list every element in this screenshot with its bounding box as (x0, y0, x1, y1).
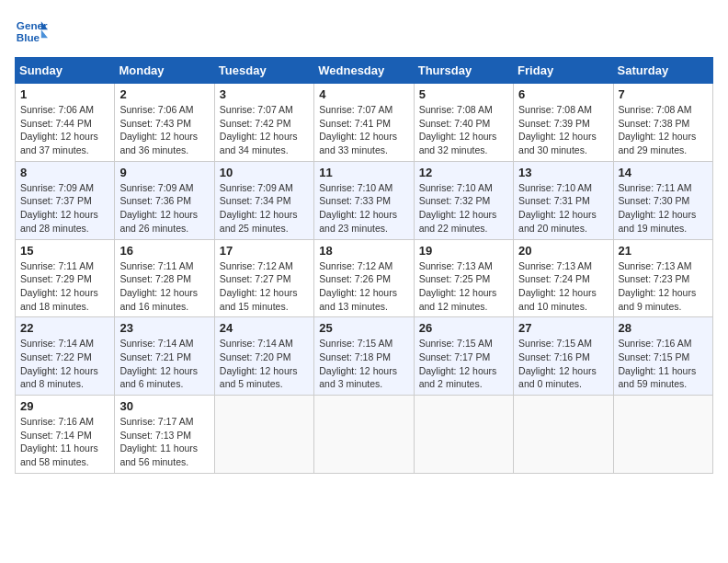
logo-icon: General Blue (15, 15, 48, 48)
calendar-day-18: 18 Sunrise: 7:12 AMSunset: 7:26 PMDaylig… (314, 239, 414, 317)
calendar-day-25: 25 Sunrise: 7:15 AMSunset: 7:18 PMDaylig… (314, 317, 414, 396)
day-number: 27 (518, 321, 608, 335)
day-info: Sunrise: 7:09 AMSunset: 7:36 PMDaylight:… (119, 181, 209, 236)
calendar-day-27: 27 Sunrise: 7:15 AMSunset: 7:16 PMDaylig… (514, 317, 613, 396)
day-info: Sunrise: 7:14 AMSunset: 7:22 PMDaylight:… (20, 337, 109, 391)
day-info: Sunrise: 7:08 AMSunset: 7:39 PMDaylight:… (518, 103, 608, 157)
day-number: 18 (319, 244, 408, 258)
day-number: 15 (20, 244, 109, 258)
day-info: Sunrise: 7:12 AMSunset: 7:26 PMDaylight:… (319, 259, 408, 314)
calendar-day-30: 30 Sunrise: 7:17 AMSunset: 7:13 PMDaylig… (115, 396, 214, 474)
calendar-day-29: 29 Sunrise: 7:16 AMSunset: 7:14 PMDaylig… (16, 396, 115, 474)
day-number: 17 (220, 244, 309, 258)
weekday-header-saturday: Saturday (613, 58, 712, 84)
day-info: Sunrise: 7:13 AMSunset: 7:24 PMDaylight:… (518, 259, 608, 314)
day-number: 24 (220, 321, 309, 335)
day-number: 5 (419, 87, 508, 101)
weekday-header-row: SundayMondayTuesdayWednesdayThursdayFrid… (16, 58, 713, 84)
calendar-day-9: 9 Sunrise: 7:09 AMSunset: 7:36 PMDayligh… (115, 161, 214, 239)
calendar-day-10: 10 Sunrise: 7:09 AMSunset: 7:34 PMDaylig… (214, 161, 313, 239)
day-info: Sunrise: 7:06 AMSunset: 7:44 PMDaylight:… (20, 103, 109, 157)
day-number: 10 (220, 166, 309, 179)
calendar-day-20: 20 Sunrise: 7:13 AMSunset: 7:24 PMDaylig… (514, 239, 613, 317)
calendar-day-empty (514, 396, 613, 474)
day-number: 2 (119, 87, 209, 101)
calendar-day-15: 15 Sunrise: 7:11 AMSunset: 7:29 PMDaylig… (16, 239, 115, 317)
day-info: Sunrise: 7:15 AMSunset: 7:16 PMDaylight:… (518, 337, 608, 391)
day-info: Sunrise: 7:16 AMSunset: 7:14 PMDaylight:… (20, 415, 109, 469)
day-info: Sunrise: 7:08 AMSunset: 7:38 PMDaylight:… (619, 103, 708, 157)
day-info: Sunrise: 7:10 AMSunset: 7:33 PMDaylight:… (319, 181, 408, 236)
day-info: Sunrise: 7:09 AMSunset: 7:37 PMDaylight:… (20, 181, 109, 236)
calendar-day-26: 26 Sunrise: 7:15 AMSunset: 7:17 PMDaylig… (414, 317, 513, 396)
day-info: Sunrise: 7:10 AMSunset: 7:31 PMDaylight:… (518, 181, 608, 236)
day-info: Sunrise: 7:08 AMSunset: 7:40 PMDaylight:… (419, 103, 508, 157)
day-info: Sunrise: 7:13 AMSunset: 7:23 PMDaylight:… (619, 259, 708, 314)
calendar-week-3: 15 Sunrise: 7:11 AMSunset: 7:29 PMDaylig… (16, 239, 713, 317)
day-info: Sunrise: 7:06 AMSunset: 7:43 PMDaylight:… (119, 103, 209, 157)
calendar-week-5: 29 Sunrise: 7:16 AMSunset: 7:14 PMDaylig… (16, 396, 713, 474)
day-number: 6 (518, 87, 608, 101)
day-number: 25 (319, 321, 408, 335)
day-number: 1 (20, 87, 109, 101)
calendar-day-22: 22 Sunrise: 7:14 AMSunset: 7:22 PMDaylig… (16, 317, 115, 396)
calendar-day-5: 5 Sunrise: 7:08 AMSunset: 7:40 PMDayligh… (414, 84, 513, 162)
day-number: 26 (419, 321, 508, 335)
day-number: 3 (220, 87, 309, 101)
day-number: 8 (20, 166, 109, 179)
calendar-header: SundayMondayTuesdayWednesdayThursdayFrid… (16, 58, 713, 84)
day-number: 14 (619, 166, 708, 179)
day-number: 21 (619, 244, 708, 258)
day-number: 12 (419, 166, 508, 179)
day-info: Sunrise: 7:12 AMSunset: 7:27 PMDaylight:… (220, 259, 309, 314)
calendar-day-4: 4 Sunrise: 7:07 AMSunset: 7:41 PMDayligh… (314, 84, 414, 162)
day-number: 13 (518, 166, 608, 179)
calendar-day-13: 13 Sunrise: 7:10 AMSunset: 7:31 PMDaylig… (514, 161, 613, 239)
calendar-day-19: 19 Sunrise: 7:13 AMSunset: 7:25 PMDaylig… (414, 239, 513, 317)
day-info: Sunrise: 7:14 AMSunset: 7:21 PMDaylight:… (119, 337, 209, 391)
day-info: Sunrise: 7:07 AMSunset: 7:41 PMDaylight:… (319, 103, 408, 157)
calendar-day-1: 1 Sunrise: 7:06 AMSunset: 7:44 PMDayligh… (16, 84, 115, 162)
calendar-day-28: 28 Sunrise: 7:16 AMSunset: 7:15 PMDaylig… (613, 317, 712, 396)
day-number: 22 (20, 321, 109, 335)
calendar-day-empty (414, 396, 513, 474)
day-info: Sunrise: 7:15 AMSunset: 7:17 PMDaylight:… (419, 337, 508, 391)
calendar-day-17: 17 Sunrise: 7:12 AMSunset: 7:27 PMDaylig… (214, 239, 313, 317)
calendar-day-21: 21 Sunrise: 7:13 AMSunset: 7:23 PMDaylig… (613, 239, 712, 317)
calendar-body: 1 Sunrise: 7:06 AMSunset: 7:44 PMDayligh… (16, 84, 713, 474)
day-info: Sunrise: 7:16 AMSunset: 7:15 PMDaylight:… (619, 337, 708, 391)
svg-text:Blue: Blue (17, 31, 40, 43)
calendar-day-8: 8 Sunrise: 7:09 AMSunset: 7:37 PMDayligh… (16, 161, 115, 239)
weekday-header-thursday: Thursday (414, 58, 513, 84)
calendar-day-11: 11 Sunrise: 7:10 AMSunset: 7:33 PMDaylig… (314, 161, 414, 239)
day-info: Sunrise: 7:13 AMSunset: 7:25 PMDaylight:… (419, 259, 508, 314)
calendar-day-12: 12 Sunrise: 7:10 AMSunset: 7:32 PMDaylig… (414, 161, 513, 239)
day-number: 29 (20, 399, 109, 413)
day-number: 28 (619, 321, 708, 335)
day-info: Sunrise: 7:09 AMSunset: 7:34 PMDaylight:… (220, 181, 309, 236)
calendar-table: SundayMondayTuesdayWednesdayThursdayFrid… (15, 57, 713, 474)
calendar-day-16: 16 Sunrise: 7:11 AMSunset: 7:28 PMDaylig… (115, 239, 214, 317)
day-info: Sunrise: 7:15 AMSunset: 7:18 PMDaylight:… (319, 337, 408, 391)
day-info: Sunrise: 7:11 AMSunset: 7:30 PMDaylight:… (619, 181, 708, 236)
calendar-week-2: 8 Sunrise: 7:09 AMSunset: 7:37 PMDayligh… (16, 161, 713, 239)
page-header: General Blue (15, 15, 713, 48)
calendar-day-24: 24 Sunrise: 7:14 AMSunset: 7:20 PMDaylig… (214, 317, 313, 396)
calendar-day-empty (613, 396, 712, 474)
calendar-day-empty (214, 396, 313, 474)
day-info: Sunrise: 7:11 AMSunset: 7:29 PMDaylight:… (20, 259, 109, 314)
day-number: 30 (119, 399, 209, 413)
weekday-header-tuesday: Tuesday (214, 58, 313, 84)
calendar-week-4: 22 Sunrise: 7:14 AMSunset: 7:22 PMDaylig… (16, 317, 713, 396)
day-number: 7 (619, 87, 708, 101)
day-info: Sunrise: 7:11 AMSunset: 7:28 PMDaylight:… (119, 259, 209, 314)
weekday-header-friday: Friday (514, 58, 613, 84)
calendar-day-14: 14 Sunrise: 7:11 AMSunset: 7:30 PMDaylig… (613, 161, 712, 239)
day-number: 9 (119, 166, 209, 179)
day-info: Sunrise: 7:17 AMSunset: 7:13 PMDaylight:… (119, 415, 209, 469)
weekday-header-sunday: Sunday (16, 58, 115, 84)
day-number: 20 (518, 244, 608, 258)
day-info: Sunrise: 7:10 AMSunset: 7:32 PMDaylight:… (419, 181, 508, 236)
calendar-day-3: 3 Sunrise: 7:07 AMSunset: 7:42 PMDayligh… (214, 84, 313, 162)
day-number: 11 (319, 166, 408, 179)
